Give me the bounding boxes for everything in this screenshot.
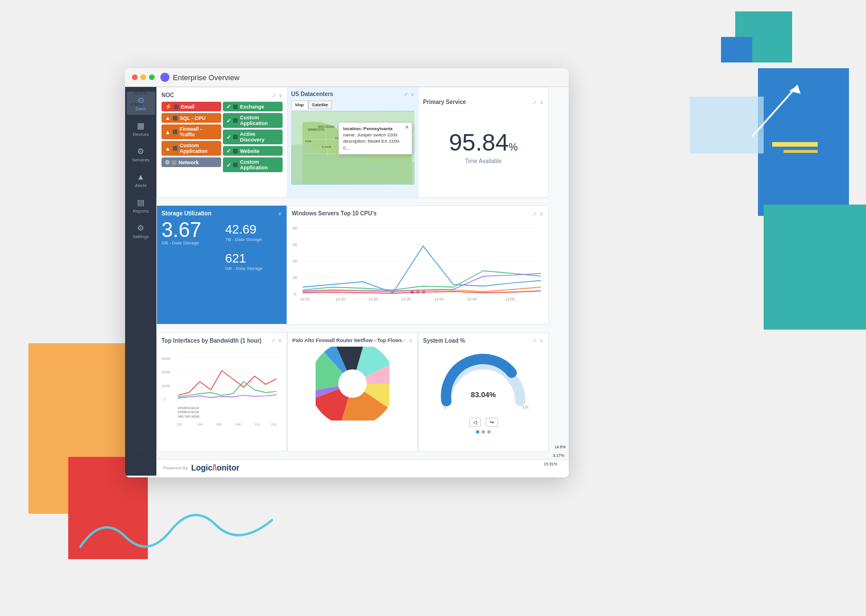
sidebar-item-settings[interactable]: ⚙ Settings — [127, 219, 155, 243]
traffic-lights — [132, 74, 155, 80]
big-number-suffix: % — [509, 141, 518, 153]
noc-dot8 — [233, 135, 238, 139]
expand-primary-icon[interactable]: ⤢ — [533, 99, 537, 105]
map-tab-map[interactable]: Map — [291, 101, 308, 109]
deco-chart-arrow — [741, 74, 809, 142]
sysload-header: System Load % ⤢ ∨ — [423, 338, 544, 344]
reports-icon: ▤ — [136, 197, 146, 207]
primary-service-panel: Primary Service ⤢ ∨ 95.84% Time Availabl… — [418, 87, 549, 198]
storage-secondary-value: 42.69 — [225, 222, 280, 237]
noc-label-customapp2: Custom Application — [240, 115, 279, 126]
noc-dot2 — [173, 116, 177, 120]
alerts-icon: ▲ — [136, 172, 146, 182]
map-controls[interactable]: ⤢ ∨ — [404, 91, 415, 97]
noc-icon-activedisc: ✓ — [226, 134, 231, 140]
noc-item-firewall[interactable]: ▲ Firewall - Traffic — [161, 124, 221, 139]
sidebar-label-settings: Settings — [132, 234, 149, 239]
noc-item-sqlcpu[interactable]: ▲ SQL - CPU — [161, 113, 221, 123]
app-layout: ⊙ Dash ▦ Devices ⚙ Services ▲ Alerts ▤ R… — [125, 87, 569, 476]
primary-service-controls[interactable]: ⤢ ∨ — [533, 99, 544, 105]
noc-item-customapp[interactable]: ▲ Custom Application — [161, 141, 221, 156]
map-title: US Datacenters — [291, 91, 333, 97]
expand-chart-icon[interactable]: ⤢ — [533, 211, 537, 217]
noc-label-customapp: Custom Application — [180, 143, 218, 154]
expand-firewall-icon[interactable]: ⤢ — [402, 338, 407, 343]
chevron-down-icon[interactable]: ∨ — [279, 93, 283, 98]
noc-label-firewall: Firewall - Traffic — [180, 126, 218, 138]
devices-icon: ▦ — [136, 120, 146, 131]
settings-icon: ⚙ — [136, 223, 146, 233]
svg-text:100: 100 — [522, 405, 529, 410]
chevron-primary-icon[interactable]: ∨ — [540, 99, 544, 105]
sysload-next-button[interactable]: ↪ — [486, 418, 498, 427]
sysload-controls[interactable]: ⤢ ∨ — [533, 338, 544, 343]
sidebar-item-devices[interactable]: ▦ Devices — [127, 117, 155, 140]
noc-panel-header: NOC ⤢ ∨ — [161, 92, 283, 98]
noc-item-customapp2[interactable]: ✓ Custom Application — [223, 113, 283, 128]
noc-item-network[interactable]: ⊙ Network — [161, 157, 221, 167]
noc-item-customapp3[interactable]: ✓ Custom Application — [223, 157, 283, 172]
noc-item-exchange[interactable]: ✓ Exchange — [223, 102, 283, 111]
expand-sysload-icon[interactable]: ⤢ — [533, 338, 537, 343]
sysload-prev-button[interactable]: ◁ — [469, 418, 481, 427]
time-available-label: Time Available — [465, 158, 502, 164]
storage-title: Storage Utilization — [161, 210, 212, 217]
svg-text:14:50: 14:50 — [505, 298, 515, 302]
deco-teal-right — [764, 205, 866, 330]
storage-tertiary-value: 621 — [225, 251, 280, 266]
noc-icon-sqlcpu: ▲ — [165, 115, 171, 121]
firewall-controls[interactable]: ⤢ ∨ — [402, 338, 413, 343]
dashboard-grid: NOC ⤢ ∨ ⚡ Email — [156, 87, 569, 459]
tooltip-close-icon[interactable]: ✕ — [405, 124, 409, 131]
svg-text:0: 0 — [294, 292, 296, 296]
interfaces-controls[interactable]: ⤢ ∨ — [271, 338, 282, 343]
primary-service-header: Primary Service ⤢ ∨ — [423, 99, 544, 105]
pie-chart-container: 9.48% 19.97% 14.6% 3.17% 15.91% 10.99% 1… — [292, 347, 413, 421]
noc-item-email[interactable]: ⚡ Email — [161, 102, 221, 111]
interfaces-chart-svg: 3000k 2000k 1000k 0 INTE — [161, 347, 282, 432]
primary-service-value: 95.84% — [449, 131, 517, 155]
sidebar-item-services[interactable]: ⚙ Services — [127, 143, 155, 166]
app-icon — [160, 73, 169, 82]
svg-text:INTERFACE/G20: INTERFACE/G20 — [178, 411, 200, 414]
noc-icon-customapp3: ✓ — [226, 162, 231, 168]
windows-chart-panel: Windows Servers Top 10 CPU's ⤢ ∨ 80 60 4… — [287, 205, 549, 324]
chevron-storage-icon[interactable]: ∨ — [278, 211, 282, 217]
sidebar-item-alerts[interactable]: ▲ Alerts — [127, 168, 155, 192]
noc-dot7 — [233, 118, 238, 123]
minimize-button[interactable] — [140, 74, 146, 80]
expand-map-icon[interactable]: ⤢ — [404, 91, 408, 97]
map-tab-satellite[interactable]: Satellite — [308, 101, 332, 109]
noc-item-activedisc[interactable]: ✓ Active Discovery — [223, 130, 283, 144]
chevron-map-icon[interactable]: ∨ — [411, 91, 415, 97]
interfaces-header: Top Interfaces by Bandwidth (1 hour) ⤢ ∨ — [161, 338, 282, 344]
window-title: Enterprise Overview — [160, 73, 239, 82]
chevron-sysload-icon[interactable]: ∨ — [540, 338, 544, 343]
noc-item-website[interactable]: ✓ Website — [223, 146, 283, 156]
noc-controls[interactable]: ⤢ ∨ — [272, 93, 283, 98]
chevron-interfaces-icon[interactable]: ∨ — [278, 338, 282, 343]
svg-point-57 — [340, 371, 365, 396]
deco-blue-small — [721, 37, 752, 63]
svg-text:1000k: 1000k — [161, 384, 171, 388]
footer: Powered By Logic/\onitor — [156, 459, 569, 476]
noc-dot6 — [233, 105, 238, 109]
windows-chart-controls[interactable]: ⤢ ∨ — [533, 211, 544, 217]
storage-header: Storage Utilization ∨ — [161, 210, 282, 217]
close-button[interactable] — [132, 74, 138, 80]
sysload-dot-2 — [482, 430, 485, 434]
svg-text:40: 40 — [293, 259, 297, 263]
tooltip-location: location: Pennsylvania — [343, 126, 407, 132]
svg-line-0 — [752, 85, 798, 136]
svg-text:2/08: 2/08 — [235, 423, 241, 426]
sidebar-label-reports: Reports — [132, 209, 148, 214]
expand-interfaces-icon[interactable]: ⤢ — [271, 338, 276, 343]
expand-icon[interactable]: ⤢ — [272, 93, 276, 98]
noc-icon-firewall: ▲ — [165, 129, 171, 135]
maximize-button[interactable] — [149, 74, 155, 80]
sidebar-item-reports[interactable]: ▤ Reports — [127, 194, 155, 217]
title-bar: Enterprise Overview — [125, 68, 569, 87]
storage-controls[interactable]: ∨ — [278, 211, 282, 217]
chevron-firewall-icon[interactable]: ∨ — [409, 338, 413, 343]
chevron-chart-icon[interactable]: ∨ — [540, 211, 544, 217]
